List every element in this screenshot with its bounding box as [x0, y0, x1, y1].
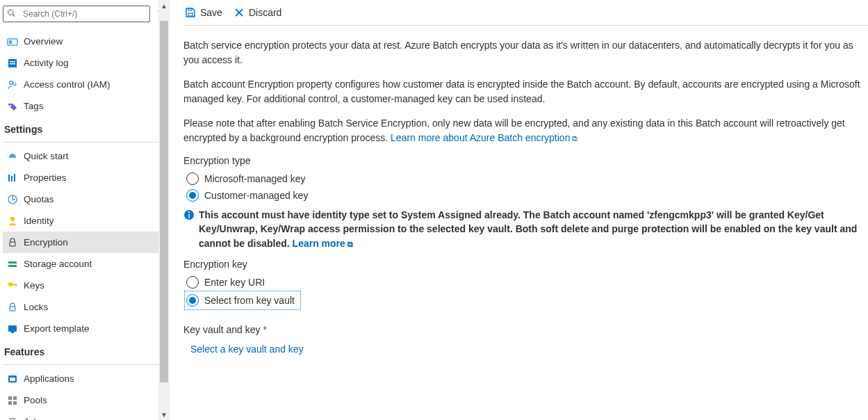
cmk-info-banner: This account must have identity type set… — [183, 208, 867, 250]
encryption-key-label: Encryption key — [183, 259, 867, 270]
radio-icon — [186, 172, 199, 185]
nav-label: Applications — [24, 373, 74, 384]
discard-button[interactable]: Discard — [234, 7, 281, 18]
scroll-up-arrow[interactable]: ▲ — [158, 0, 170, 11]
svg-line-1 — [13, 15, 15, 17]
iam-icon — [7, 79, 18, 90]
svg-rect-3 — [9, 40, 12, 44]
radio-select-from-key-vault[interactable]: Select from key vault — [183, 291, 867, 310]
svg-rect-29 — [13, 401, 17, 405]
nav-label: Identity — [24, 216, 54, 226]
sidebar-item-jobs[interactable]: Jobs — [3, 411, 167, 420]
svg-rect-11 — [11, 176, 13, 181]
svg-rect-32 — [188, 13, 193, 16]
scroll-down-arrow[interactable]: ▼ — [158, 409, 170, 420]
sidebar-item-iam[interactable]: Access control (IAM) — [3, 74, 167, 95]
sidebar-item-export-template[interactable]: Export template — [3, 318, 167, 339]
storage-icon — [7, 259, 18, 270]
learn-more-encryption-link[interactable]: Learn more about Azure Batch encryption⧉ — [391, 132, 578, 143]
external-link-icon: ⧉ — [347, 240, 353, 248]
svg-rect-27 — [13, 396, 17, 400]
svg-point-7 — [10, 81, 13, 84]
tags-icon — [7, 101, 18, 112]
nav-label: Keys — [24, 280, 44, 291]
sidebar-item-pools[interactable]: Pools — [3, 389, 167, 411]
svg-point-38 — [188, 211, 190, 213]
search-input[interactable] — [3, 6, 150, 22]
svg-rect-26 — [8, 396, 12, 400]
svg-rect-10 — [8, 175, 10, 181]
svg-rect-20 — [15, 284, 17, 286]
nav-label: Access control (IAM) — [24, 79, 110, 90]
radio-enter-key-uri[interactable]: Enter key URI — [183, 274, 867, 291]
radio-label: Select from key vault — [204, 295, 295, 306]
toolbar: Save Discard — [183, 1, 868, 26]
radio-microsoft-managed-key[interactable]: Microsoft-managed key — [183, 170, 867, 187]
encryption-type-label: Encryption type — [183, 155, 867, 166]
radio-customer-managed-key[interactable]: Customer-managed key — [183, 187, 867, 204]
nav-label: Pools — [24, 395, 47, 405]
properties-icon — [7, 172, 18, 184]
svg-rect-5 — [10, 61, 15, 63]
nav-label: Locks — [24, 302, 48, 312]
search-box — [3, 6, 150, 22]
pools-icon — [7, 395, 18, 406]
intro-paragraph-2: Batch account Encryption property config… — [183, 77, 867, 106]
svg-point-14 — [10, 217, 15, 221]
encryption-icon — [7, 237, 18, 248]
key-vault-and-key-label: Key vault and key * — [183, 324, 867, 335]
sidebar-item-tags[interactable]: Tags — [3, 95, 167, 117]
svg-point-8 — [13, 83, 16, 86]
activity-log-icon — [7, 58, 18, 69]
nav-label: Quotas — [24, 194, 54, 204]
svg-rect-25 — [10, 378, 15, 381]
nav-label: Encryption — [24, 237, 68, 248]
svg-rect-21 — [10, 307, 15, 311]
save-label: Save — [200, 7, 222, 18]
svg-rect-28 — [8, 401, 12, 405]
svg-rect-6 — [10, 63, 15, 65]
nav-label: Activity log — [24, 58, 69, 68]
sidebar-item-activity-log[interactable]: Activity log — [3, 52, 167, 74]
info-text: This account must have identity type set… — [199, 208, 867, 250]
nav-label: Jobs — [24, 417, 44, 420]
external-link-icon: ⧉ — [572, 134, 578, 143]
radio-icon — [186, 294, 199, 307]
svg-rect-23 — [11, 332, 14, 333]
sidebar-scrollbar[interactable]: ▲ ▼ — [158, 0, 170, 420]
applications-icon — [7, 373, 18, 385]
save-button[interactable]: Save — [185, 7, 222, 18]
nav-label: Export template — [24, 323, 90, 334]
sidebar-item-identity[interactable]: Identity — [3, 210, 167, 232]
sidebar-item-storage-account[interactable]: Storage account — [3, 253, 167, 275]
sidebar-item-applications[interactable]: Applications — [3, 368, 167, 389]
sidebar-item-quick-start[interactable]: Quick start — [3, 145, 167, 167]
nav-label: Overview — [24, 36, 63, 47]
radio-label: Microsoft-managed key — [204, 173, 306, 184]
sidebar-item-locks[interactable]: Locks — [3, 296, 167, 318]
nav-label: Storage account — [24, 259, 92, 269]
svg-point-9 — [10, 104, 11, 106]
sidebar: Overview Activity log Access control (IA… — [0, 0, 170, 420]
radio-icon — [186, 276, 199, 289]
jobs-icon — [7, 417, 18, 421]
sidebar-item-quotas[interactable]: Quotas — [3, 188, 167, 210]
nav-label: Quick start — [24, 151, 69, 161]
sidebar-item-properties[interactable]: Properties — [3, 167, 167, 188]
intro-paragraph-1: Batch service encryption protects your d… — [183, 38, 867, 67]
select-key-vault-link[interactable]: Select a key vault and key — [183, 339, 304, 355]
nav-label: Tags — [24, 101, 44, 111]
sidebar-group-features: Features — [3, 339, 167, 362]
sidebar-group-settings: Settings — [3, 117, 167, 139]
discard-label: Discard — [249, 7, 281, 18]
intro-paragraph-3: Please note that after enabling Batch Se… — [183, 116, 867, 145]
cmk-learn-more-link[interactable]: Learn more⧉ — [293, 238, 353, 249]
sidebar-item-overview[interactable]: Overview — [3, 31, 167, 52]
identity-icon — [7, 216, 18, 227]
sidebar-item-keys[interactable]: Keys — [3, 275, 167, 296]
radio-icon — [186, 189, 199, 202]
scroll-thumb[interactable] — [160, 21, 168, 382]
svg-rect-12 — [14, 174, 15, 181]
nav-label: Properties — [24, 172, 67, 183]
sidebar-item-encryption[interactable]: Encryption — [3, 232, 167, 253]
